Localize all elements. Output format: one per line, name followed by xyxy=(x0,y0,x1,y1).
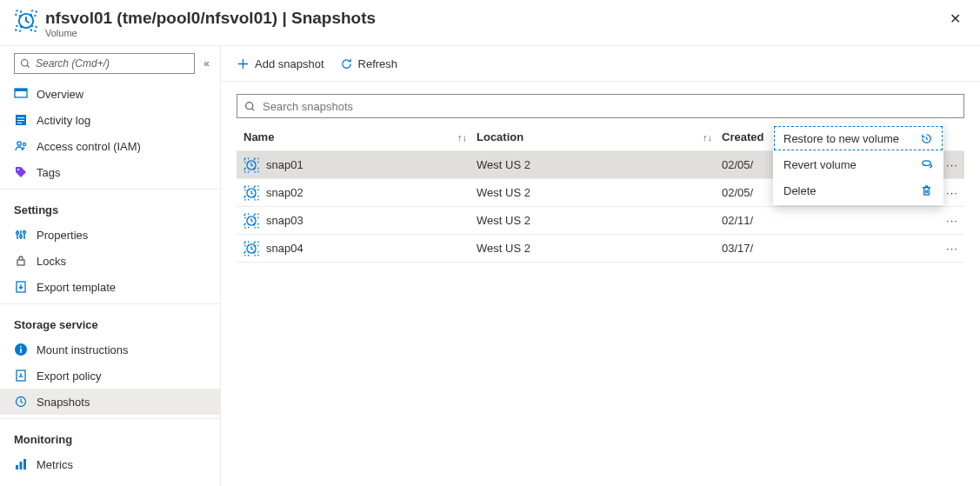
svg-point-5 xyxy=(22,60,29,67)
svg-rect-21 xyxy=(20,349,22,353)
divider xyxy=(0,418,220,419)
snapshot-location: West US 2 xyxy=(477,158,703,171)
volume-snapshot-icon xyxy=(14,9,38,33)
activity-log-icon xyxy=(14,113,28,127)
svg-rect-7 xyxy=(15,89,27,91)
row-context-menu: Restore to new volume Revert volume Dele… xyxy=(773,123,943,205)
sidebar-item-label: Properties xyxy=(37,229,88,242)
context-item-label: Revert volume xyxy=(783,158,857,171)
sidebar-item-label: Export policy xyxy=(37,369,101,383)
overview-icon xyxy=(14,87,28,101)
sidebar-item-access-control[interactable]: Access control (IAM) xyxy=(0,133,220,159)
sidebar-item-mount-instructions[interactable]: Mount instructions xyxy=(0,336,220,363)
sidebar-item-snapshots[interactable]: Snapshots xyxy=(0,389,220,415)
snapshot-icon xyxy=(14,395,28,409)
refresh-button[interactable]: Refresh xyxy=(340,57,398,70)
trash-icon xyxy=(920,184,933,197)
row-more-button[interactable]: ··· xyxy=(940,186,964,199)
svg-point-14 xyxy=(17,169,19,170)
search-icon xyxy=(244,101,256,112)
sidebar-item-label: Metrics xyxy=(37,458,73,471)
sidebar-item-locks[interactable]: Locks xyxy=(0,248,220,274)
sidebar-item-properties[interactable]: Properties xyxy=(0,222,220,248)
snapshot-name: snap04 xyxy=(266,242,303,255)
toolbar-label: Add snapshot xyxy=(255,57,324,70)
table-row[interactable]: snap04West US 203/17/··· xyxy=(237,235,964,263)
svg-rect-9 xyxy=(17,117,24,118)
column-name[interactable]: Name xyxy=(243,130,274,143)
search-icon xyxy=(20,58,30,69)
sidebar-item-tags[interactable]: Tags xyxy=(0,159,220,185)
sidebar-group-settings: Settings xyxy=(0,193,220,222)
table-row[interactable]: snap03West US 202/11/··· xyxy=(237,207,964,235)
export-template-icon xyxy=(14,280,28,294)
locks-icon xyxy=(14,254,28,268)
export-policy-icon xyxy=(14,369,28,383)
svg-rect-0 xyxy=(16,10,21,16)
sidebar-item-metrics[interactable]: Metrics xyxy=(0,451,220,477)
main-content: Add snapshot Refresh Name ↑↓ Location ↑↓… xyxy=(221,46,980,486)
sidebar-item-label: Activity log xyxy=(37,114,90,127)
page-subtitle: Volume xyxy=(45,28,946,38)
svg-rect-2 xyxy=(16,26,21,31)
svg-rect-25 xyxy=(16,465,18,469)
snapshot-name: snap03 xyxy=(266,214,303,227)
snapshot-created: 03/17/ xyxy=(722,242,921,255)
divider xyxy=(0,303,220,304)
sort-toggle-icon[interactable]: ↑↓ xyxy=(703,132,722,143)
sidebar-item-activity-log[interactable]: Activity log xyxy=(0,107,220,133)
restore-icon xyxy=(920,132,933,145)
svg-rect-3 xyxy=(31,26,37,31)
snapshot-icon xyxy=(243,213,259,229)
context-restore-to-new-volume[interactable]: Restore to new volume xyxy=(773,125,943,151)
sidebar-search-input[interactable]: Search (Cmd+/) xyxy=(14,53,195,74)
context-item-label: Restore to new volume xyxy=(783,132,899,145)
refresh-icon xyxy=(340,57,353,70)
sidebar-nav: Overview Activity log Access control (IA… xyxy=(0,81,220,477)
snapshot-search-input[interactable] xyxy=(263,100,957,113)
metrics-icon xyxy=(14,457,28,471)
sidebar-item-label: Access control (IAM) xyxy=(37,140,141,153)
svg-rect-10 xyxy=(17,120,24,121)
divider xyxy=(0,189,220,190)
revert-icon xyxy=(920,158,933,171)
svg-point-28 xyxy=(246,102,253,109)
access-control-icon xyxy=(14,139,28,153)
sidebar-collapse-button[interactable]: « xyxy=(203,57,210,70)
toolbar-label: Refresh xyxy=(358,57,398,70)
snapshot-search-box[interactable] xyxy=(237,94,964,118)
column-location[interactable]: Location xyxy=(477,130,523,143)
sidebar-item-export-template[interactable]: Export template xyxy=(0,274,220,300)
context-item-label: Delete xyxy=(783,184,817,197)
svg-point-16 xyxy=(20,236,23,238)
snapshot-location: West US 2 xyxy=(477,186,703,199)
context-delete[interactable]: Delete xyxy=(773,177,943,203)
snapshot-name: snap02 xyxy=(266,186,303,199)
context-revert-volume[interactable]: Revert volume xyxy=(773,151,943,177)
sidebar-item-label: Snapshots xyxy=(37,396,90,409)
sidebar-item-label: Mount instructions xyxy=(37,343,129,356)
svg-rect-18 xyxy=(17,260,24,265)
sidebar-item-export-policy[interactable]: Export policy xyxy=(0,363,220,389)
sidebar: Search (Cmd+/) « Overview Activity log A… xyxy=(0,46,221,486)
sidebar-item-label: Locks xyxy=(37,255,66,268)
svg-point-49 xyxy=(923,160,930,165)
add-snapshot-button[interactable]: Add snapshot xyxy=(237,57,324,70)
svg-point-17 xyxy=(23,231,26,234)
row-more-button[interactable]: ··· xyxy=(940,158,964,171)
snapshot-icon xyxy=(243,185,259,201)
sidebar-item-overview[interactable]: Overview xyxy=(0,81,220,107)
page-title: nfsvol01 (tme/pool0/nfsvol01) | Snapshot… xyxy=(45,9,946,28)
snapshot-icon xyxy=(243,157,259,173)
svg-rect-11 xyxy=(17,123,22,123)
row-more-button[interactable]: ··· xyxy=(940,214,964,227)
svg-point-13 xyxy=(23,143,25,145)
row-more-button[interactable]: ··· xyxy=(940,242,964,255)
snapshot-location: West US 2 xyxy=(477,214,703,227)
sidebar-item-label: Tags xyxy=(37,166,60,179)
close-button[interactable]: ✕ xyxy=(946,9,964,29)
column-created[interactable]: Created xyxy=(722,130,763,143)
sidebar-search-placeholder: Search (Cmd+/) xyxy=(36,57,110,70)
properties-icon xyxy=(14,228,28,242)
sort-toggle-icon[interactable]: ↑↓ xyxy=(457,132,477,143)
